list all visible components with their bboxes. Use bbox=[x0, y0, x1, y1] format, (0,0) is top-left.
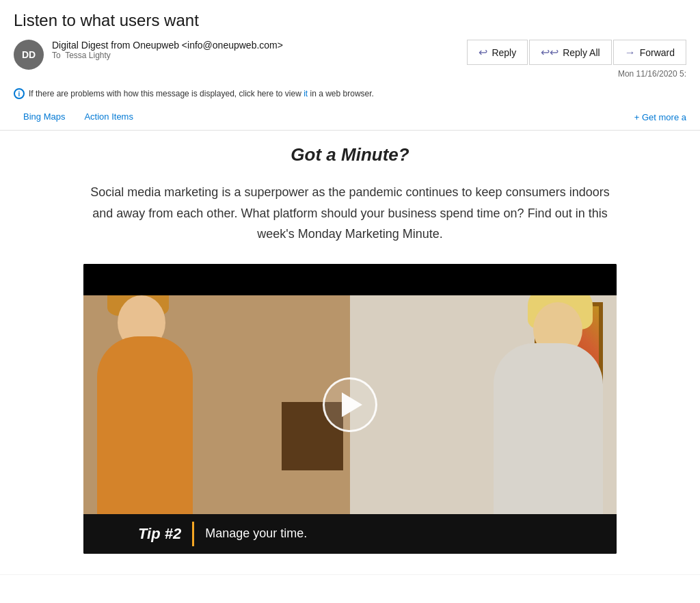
sender-to: To Tessa Lighty bbox=[52, 51, 283, 60]
forward-button[interactable]: → Forward bbox=[613, 40, 686, 65]
video-right-half bbox=[350, 295, 617, 514]
caption-text: Manage your time. bbox=[205, 526, 307, 541]
video-main-area bbox=[83, 295, 617, 514]
reply-all-button[interactable]: ↩↩ Reply All bbox=[529, 40, 611, 65]
email-date: Mon 11/16/2020 5: bbox=[618, 69, 686, 79]
caption-tip: Tip #2 bbox=[138, 525, 181, 543]
left-person-body bbox=[97, 336, 193, 514]
video-top-bar bbox=[83, 264, 617, 295]
video-player[interactable]: Tip #2 Manage your time. bbox=[83, 264, 617, 554]
page-title: Listen to what users want bbox=[14, 11, 686, 30]
email-container: Listen to what users want DD Digital Dig… bbox=[0, 0, 700, 603]
reply-all-icon: ↩↩ bbox=[541, 46, 558, 59]
content-description: Social media marketing is a superpower a… bbox=[90, 182, 610, 245]
info-text: If there are problems with how this mess… bbox=[29, 89, 374, 98]
right-scene bbox=[350, 295, 617, 514]
info-icon: i bbox=[14, 88, 25, 99]
sender-row: DD Digital Digest from Oneupweb <info@on… bbox=[14, 40, 686, 79]
video-caption-bar: Tip #2 Manage your time. bbox=[83, 514, 617, 554]
caption-divider bbox=[192, 522, 194, 546]
info-link[interactable]: it bbox=[304, 89, 308, 98]
video-left-half bbox=[83, 295, 350, 514]
action-buttons: ↩ Reply ↩↩ Reply All → Forward bbox=[467, 40, 686, 65]
actions-area: ↩ Reply ↩↩ Reply All → Forward Mon 11/16… bbox=[467, 40, 686, 79]
sender-left: DD Digital Digest from Oneupweb <info@on… bbox=[14, 40, 283, 70]
tab-action-items[interactable]: Action Items bbox=[75, 105, 143, 130]
play-triangle-icon bbox=[342, 392, 362, 417]
recipient-name: Tessa Lighty bbox=[65, 51, 111, 60]
reply-all-label: Reply All bbox=[563, 47, 600, 58]
info-bar: i If there are problems with how this me… bbox=[0, 83, 700, 105]
tab-bing-maps[interactable]: Bing Maps bbox=[14, 105, 75, 130]
email-content: Got a Minute? Social media marketing is … bbox=[0, 131, 700, 574]
reply-icon: ↩ bbox=[479, 46, 487, 59]
avatar: DD bbox=[14, 40, 44, 70]
forward-label: Forward bbox=[640, 47, 675, 58]
forward-icon: → bbox=[625, 46, 636, 59]
sender-name: Digital Digest from Oneupweb <info@oneup… bbox=[52, 40, 283, 51]
play-button[interactable] bbox=[323, 377, 377, 432]
get-more-button[interactable]: + Get more a bbox=[634, 112, 686, 122]
right-person-body bbox=[494, 343, 603, 514]
reply-button[interactable]: ↩ Reply bbox=[467, 40, 528, 65]
content-title: Got a Minute? bbox=[27, 144, 673, 165]
email-header: Listen to what users want DD Digital Dig… bbox=[0, 0, 700, 79]
left-scene bbox=[83, 295, 350, 514]
email-body: Got a Minute? Social media marketing is … bbox=[0, 131, 700, 575]
sender-info: Digital Digest from Oneupweb <info@oneup… bbox=[52, 40, 283, 60]
tabs-bar: Bing Maps Action Items + Get more a bbox=[0, 105, 700, 131]
reply-label: Reply bbox=[492, 47, 516, 58]
